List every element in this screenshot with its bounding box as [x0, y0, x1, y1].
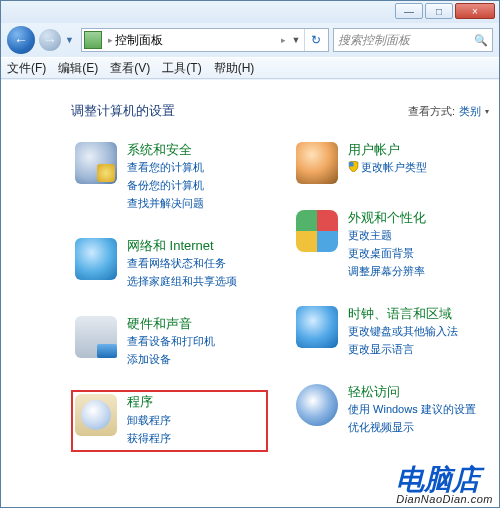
category-link[interactable]: 更改主题 — [348, 228, 426, 244]
category-title-clock-language-region[interactable]: 时钟、语言和区域 — [348, 306, 458, 322]
category-body: 外观和个性化更改主题更改桌面背景调整屏幕分辨率 — [348, 210, 426, 280]
category-body: 时钟、语言和区域更改键盘或其他输入法更改显示语言 — [348, 306, 458, 358]
category-ease-of-access: 轻松访问使用 Windows 建议的设置优化视频显示 — [292, 380, 489, 442]
maximize-button[interactable]: □ — [425, 3, 453, 19]
close-button[interactable]: × — [455, 3, 495, 19]
address-root-sep: ▸ — [108, 35, 113, 45]
navbar: ← → ▼ ▸ 控制面板 ▸ ▼ ↻ 搜索控制面板 🔍 — [1, 23, 499, 57]
category-link[interactable]: 优化视频显示 — [348, 420, 476, 436]
control-panel-address-icon — [84, 31, 102, 49]
hardware-sound-icon[interactable] — [75, 316, 117, 358]
view-by-label: 查看方式: — [408, 104, 455, 119]
view-by-value: 类别 — [459, 104, 481, 119]
category-network-internet: 网络和 Internet查看网络状态和任务选择家庭组和共享选项 — [71, 234, 268, 296]
category-programs: 程序卸载程序获得程序 — [71, 390, 268, 452]
heading-row: 调整计算机的设置 查看方式: 类别 ▾ — [71, 102, 489, 120]
category-title-network-internet[interactable]: 网络和 Internet — [127, 238, 237, 254]
menu-edit[interactable]: 编辑(E) — [58, 60, 98, 77]
category-body: 系统和安全查看您的计算机备份您的计算机查找并解决问题 — [127, 142, 204, 212]
programs-icon[interactable] — [75, 394, 117, 436]
page-heading: 调整计算机的设置 — [71, 102, 175, 120]
menu-bar: 文件(F) 编辑(E) 查看(V) 工具(T) 帮助(H) — [1, 57, 499, 79]
category-link[interactable]: 卸载程序 — [127, 413, 171, 429]
category-link[interactable]: 查看设备和打印机 — [127, 334, 215, 350]
category-body: 轻松访问使用 Windows 建议的设置优化视频显示 — [348, 384, 476, 436]
category-link[interactable]: 更改桌面背景 — [348, 246, 426, 262]
category-link[interactable]: 查看您的计算机 — [127, 160, 204, 176]
address-bar[interactable]: ▸ 控制面板 ▸ ▼ ↻ — [81, 28, 329, 52]
category-title-programs[interactable]: 程序 — [127, 394, 171, 410]
back-button[interactable]: ← — [7, 26, 35, 54]
category-link[interactable]: 备份您的计算机 — [127, 178, 204, 194]
category-column-right: 用户帐户更改帐户类型外观和个性化更改主题更改桌面背景调整屏幕分辨率时钟、语言和区… — [292, 138, 489, 452]
refresh-button[interactable]: ↻ — [304, 29, 326, 51]
search-placeholder: 搜索控制面板 — [338, 32, 410, 49]
category-link[interactable]: 更改帐户类型 — [348, 160, 427, 176]
search-icon[interactable]: 🔍 — [474, 34, 488, 47]
category-body: 网络和 Internet查看网络状态和任务选择家庭组和共享选项 — [127, 238, 237, 290]
address-location: 控制面板 — [115, 32, 279, 49]
control-panel-window: — □ × ← → ▼ ▸ 控制面板 ▸ ▼ ↻ 搜索控制面板 🔍 文件(F) … — [0, 0, 500, 508]
category-link[interactable]: 调整屏幕分辨率 — [348, 264, 426, 280]
content-area: 调整计算机的设置 查看方式: 类别 ▾ 系统和安全查看您的计算机备份您的计算机查… — [1, 80, 499, 507]
category-link[interactable]: 更改显示语言 — [348, 342, 458, 358]
category-link[interactable]: 查找并解决问题 — [127, 196, 204, 212]
address-sep: ▸ — [281, 35, 286, 45]
titlebar: — □ × — [1, 1, 499, 23]
category-title-system-security[interactable]: 系统和安全 — [127, 142, 204, 158]
history-dropdown[interactable]: ▼ — [65, 35, 77, 45]
svg-rect-0 — [349, 162, 353, 166]
category-title-ease-of-access[interactable]: 轻松访问 — [348, 384, 476, 400]
category-hardware-sound: 硬件和声音查看设备和打印机添加设备 — [71, 312, 268, 374]
category-appearance: 外观和个性化更改主题更改桌面背景调整屏幕分辨率 — [292, 206, 489, 286]
minimize-button[interactable]: — — [395, 3, 423, 19]
menu-help[interactable]: 帮助(H) — [214, 60, 255, 77]
category-system-security: 系统和安全查看您的计算机备份您的计算机查找并解决问题 — [71, 138, 268, 218]
category-title-user-accounts[interactable]: 用户帐户 — [348, 142, 427, 158]
category-title-hardware-sound[interactable]: 硬件和声音 — [127, 316, 215, 332]
category-body: 用户帐户更改帐户类型 — [348, 142, 427, 184]
category-column-left: 系统和安全查看您的计算机备份您的计算机查找并解决问题网络和 Internet查看… — [71, 138, 268, 452]
view-by[interactable]: 查看方式: 类别 ▾ — [408, 104, 489, 119]
user-accounts-icon[interactable] — [296, 142, 338, 184]
category-link[interactable]: 使用 Windows 建议的设置 — [348, 402, 476, 418]
category-grid: 系统和安全查看您的计算机备份您的计算机查找并解决问题网络和 Internet查看… — [71, 138, 489, 452]
category-link[interactable]: 添加设备 — [127, 352, 215, 368]
menu-file[interactable]: 文件(F) — [7, 60, 46, 77]
category-link[interactable]: 获得程序 — [127, 431, 171, 447]
forward-button[interactable]: → — [39, 29, 61, 51]
clock-language-region-icon[interactable] — [296, 306, 338, 348]
category-title-appearance[interactable]: 外观和个性化 — [348, 210, 426, 226]
network-internet-icon[interactable] — [75, 238, 117, 280]
menu-tools[interactable]: 工具(T) — [162, 60, 201, 77]
category-clock-language-region: 时钟、语言和区域更改键盘或其他输入法更改显示语言 — [292, 302, 489, 364]
menu-view[interactable]: 查看(V) — [110, 60, 150, 77]
ease-of-access-icon[interactable] — [296, 384, 338, 426]
search-input[interactable]: 搜索控制面板 🔍 — [333, 28, 493, 52]
category-link[interactable]: 选择家庭组和共享选项 — [127, 274, 237, 290]
view-by-drop-icon: ▾ — [485, 107, 489, 116]
category-body: 程序卸载程序获得程序 — [127, 394, 171, 446]
address-dropdown[interactable]: ▼ — [288, 35, 304, 45]
uac-shield-icon — [348, 161, 359, 172]
system-security-icon[interactable] — [75, 142, 117, 184]
category-link[interactable]: 查看网络状态和任务 — [127, 256, 237, 272]
category-body: 硬件和声音查看设备和打印机添加设备 — [127, 316, 215, 368]
appearance-icon[interactable] — [296, 210, 338, 252]
category-user-accounts: 用户帐户更改帐户类型 — [292, 138, 489, 190]
category-link[interactable]: 更改键盘或其他输入法 — [348, 324, 458, 340]
